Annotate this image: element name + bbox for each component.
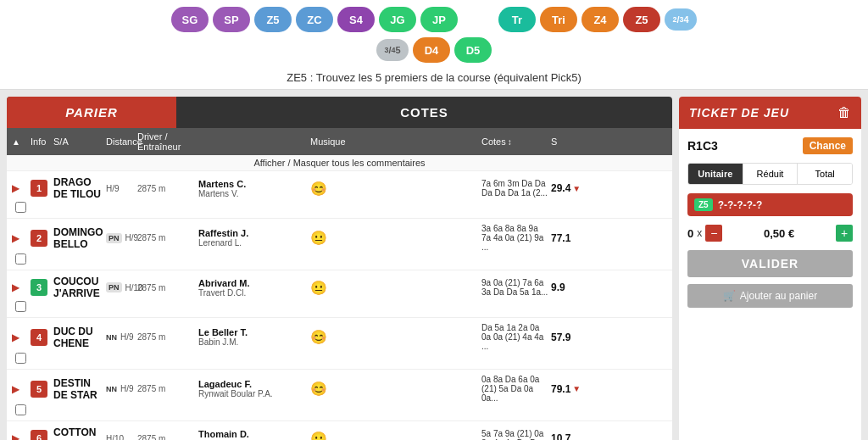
horse-info-2: PN H/9 <box>106 233 136 243</box>
ajouter-button[interactable]: 🛒 Ajouter au panier <box>687 284 853 308</box>
horse-name-2: DOMINGO BELLO <box>53 226 104 250</box>
driver-4: Le Beller T. Babin J.M. <box>198 327 309 347</box>
comment-toggle-row[interactable]: Afficher / Masquer tous les commentaires <box>7 155 672 171</box>
badge-jg[interactable]: JG <box>379 7 416 32</box>
chance-badge[interactable]: Chance <box>803 137 853 154</box>
num-badge-6: 6 <box>31 430 52 440</box>
mood-1: 😊 <box>310 181 480 197</box>
horse-distance-2: 2875 m <box>137 233 197 242</box>
cotes-6: 10.7 <box>551 432 576 440</box>
driver-1: Martens C. Martens V. <box>198 179 309 198</box>
badge-z24[interactable]: Z24 <box>462 8 494 31</box>
badge-tr[interactable]: Tr <box>498 7 536 32</box>
x-label: x <box>697 227 702 239</box>
horse-distance-6: 2875 m <box>137 434 197 441</box>
amount-control: 0 x − <box>687 225 722 242</box>
checkbox-4[interactable] <box>12 353 29 364</box>
badge-sp[interactable]: SP <box>213 7 250 32</box>
horse-info-3: PN H/10 <box>106 282 136 292</box>
horse-name-6: COTTON CLUB <box>53 426 104 440</box>
table-subheader: ▲ Info S/A Distance Driver / Entraîneur … <box>7 128 672 155</box>
row-arrow-1[interactable]: ▶ <box>12 182 29 194</box>
ze5-bet-row: Z5 ?-?-?-?-? <box>687 193 853 216</box>
num-badge-2: 2 <box>31 230 52 247</box>
horse-row-1: ▶ 1 DRAGO DE TILOU H/9 2875 m Martens C.… <box>7 171 672 219</box>
badge-s4[interactable]: S4 <box>337 7 375 32</box>
driver-6: Thomain D. Thielens X. <box>198 429 309 441</box>
horse-row-4: ▶ 4 DUC DU CHENE NN H/9 2875 m Le Beller… <box>7 318 672 370</box>
minus-button[interactable]: − <box>705 225 722 242</box>
left-panel: PARIER COTES ▲ Info S/A Distance Driver … <box>7 97 672 440</box>
multiplier-label: 0 <box>687 227 693 240</box>
row-arrow-3[interactable]: ▶ <box>12 281 29 293</box>
checkbox-1[interactable] <box>12 202 29 213</box>
valider-button[interactable]: VALIDER <box>687 250 853 277</box>
panel-header: PARIER COTES <box>7 97 672 128</box>
tab-reduit[interactable]: Réduit <box>743 164 798 184</box>
checkbox-2[interactable] <box>12 253 29 265</box>
bet-types-row1: SG SP Z5 ZC S4 JG JP Z24 Tr Tri Z4 Z5 2/… <box>171 7 697 32</box>
badge-345[interactable]: 3/4 5 <box>376 39 409 61</box>
badge-d4[interactable]: D4 <box>413 37 450 63</box>
row-arrow-2[interactable]: ▶ <box>12 232 29 244</box>
header-parier: PARIER <box>7 97 176 128</box>
horse-row-3: ▶ 3 COUCOU J'ARRIVE PN H/10 2875 m Abriv… <box>7 270 672 318</box>
badge-234[interactable]: 2/3 4 <box>665 8 697 31</box>
col-cotes-label[interactable]: Cotes↕ <box>481 136 549 147</box>
header-cotes: COTES <box>176 97 672 128</box>
horse-row-5: ▶ 5 DESTIN DE STAR NN H/9 2875 m Lagadeu… <box>7 370 672 421</box>
col-sa-label: S/A <box>53 136 104 147</box>
cotes-4: 57.9 <box>551 331 576 343</box>
col-musique-label: Musique <box>310 136 480 147</box>
horse-distance-5: 2875 m <box>137 384 197 393</box>
badge-d5[interactable]: D5 <box>454 37 492 63</box>
mood-2: 😐 <box>310 230 480 246</box>
amount-value: 0,50 € <box>764 227 794 240</box>
badge-jp[interactable]: JP <box>420 7 458 32</box>
badge-zc[interactable]: ZC <box>296 7 333 32</box>
right-panel: TICKET DE JEU 🗑 R1C3 Chance Unitaire Réd… <box>679 97 861 440</box>
mood-5: 😊 <box>310 381 480 397</box>
ze5-small-badge: Z5 <box>694 198 713 211</box>
bet-types-row2: 3/4 5 D4 D5 <box>376 37 492 63</box>
horse-row-6: ▶ 6 COTTON CLUB H/10 2875 m Thomain D. T… <box>7 421 672 440</box>
driver-5: Lagadeuc F. Rynwait Boular P.A. <box>198 379 309 398</box>
row-arrow-5[interactable]: ▶ <box>12 383 29 395</box>
cotes-5: 79.1▼ <box>551 383 576 395</box>
cart-icon: 🛒 <box>723 290 736 302</box>
horse-info-6: H/10 <box>106 434 136 441</box>
cotes-3: 9.9 <box>551 281 576 293</box>
tab-total[interactable]: Total <box>798 164 852 184</box>
ticket-tabs: Unitaire Réduit Total <box>687 163 853 185</box>
sort-col[interactable]: ▲ <box>12 136 29 147</box>
badge-sg[interactable]: SG <box>171 7 209 32</box>
badge-z5-2[interactable]: Z5 <box>623 7 660 32</box>
musique-3: 9a 0a (21) 7a 6a 3a Da Da 5a 1a... <box>481 278 549 297</box>
badge-z4[interactable]: Z4 <box>581 7 619 32</box>
horse-info-1: H/9 <box>106 184 136 193</box>
r1c3-row: R1C3 Chance <box>687 137 853 154</box>
musique-1: 7a 6m 3m Da Da Da Da Da 1a (2... <box>481 179 549 198</box>
row-arrow-6[interactable]: ▶ <box>12 432 29 440</box>
driver-3: Abrivard M. Travert D.Cl. <box>198 278 309 298</box>
musique-6: 5a 7a 9a (21) 0a 8a 4a 4a Da Da... <box>481 429 549 440</box>
amount-row: 0 x − 0,50 € + <box>687 225 853 242</box>
horse-name-4: DUC DU CHENE <box>53 326 104 349</box>
badge-z5-1[interactable]: Z5 <box>254 7 292 32</box>
checkbox-5[interactable] <box>12 404 29 415</box>
musique-5: 0a 8a Da 6a 0a (21) 5a Da 0a 0a... <box>481 375 549 403</box>
tab-unitaire[interactable]: Unitaire <box>688 164 743 184</box>
bet-mask: ?-?-?-?-? <box>718 199 763 211</box>
top-bar: SG SP Z5 ZC S4 JG JP Z24 Tr Tri Z4 Z5 2/… <box>0 0 868 90</box>
row-arrow-4[interactable]: ▶ <box>12 331 29 343</box>
horse-name-5: DESTIN DE STAR <box>53 377 104 401</box>
driver-2: Raffestin J. Lerenard L. <box>198 228 309 248</box>
musique-2: 3a 6a 8a 8a 9a 7a 4a 0a (21) 9a ... <box>481 224 549 252</box>
num-badge-5: 5 <box>31 381 52 398</box>
trash-icon[interactable]: 🗑 <box>837 105 851 120</box>
checkbox-3[interactable] <box>12 301 29 312</box>
badge-tri[interactable]: Tri <box>540 7 577 32</box>
num-badge-4: 4 <box>31 329 52 346</box>
plus-button[interactable]: + <box>836 225 853 242</box>
col-info-label: Info <box>31 136 52 147</box>
